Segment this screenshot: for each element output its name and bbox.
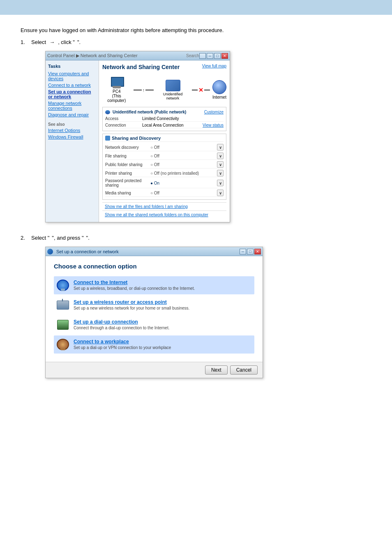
sharing-row-2: Public folder sharing ○ Off ∨ bbox=[105, 161, 224, 169]
option-router-desc: Set up a new wireless network for your h… bbox=[74, 306, 189, 310]
setup-minimize-btn[interactable]: ─ bbox=[240, 249, 246, 254]
nsc-sidebar-title: Tasks bbox=[48, 64, 96, 69]
customize-link[interactable]: Customize bbox=[204, 110, 224, 114]
nsc-search-box[interactable] bbox=[199, 53, 206, 59]
expand-4[interactable]: ∨ bbox=[217, 180, 224, 186]
nsc-titlebar: Control Panel ▶ Network and Sharing Cent… bbox=[46, 51, 230, 60]
step-1-middle: , click " bbox=[58, 39, 75, 45]
option-workplace-text: Connect to a workplace Set up a dial-up … bbox=[74, 339, 171, 350]
step-1-arrow: → bbox=[49, 39, 55, 45]
node-internet: Internet bbox=[212, 80, 226, 99]
setup-win-controls: ─ □ ✕ bbox=[240, 249, 261, 254]
conn-icon-workplace bbox=[56, 339, 69, 350]
pc-label: PC4 (This computer) bbox=[102, 89, 131, 103]
sidebar-setup-connection[interactable]: Set up a connection or network bbox=[48, 89, 96, 99]
expand-2[interactable]: ∨ bbox=[217, 161, 224, 168]
expand-5[interactable]: ∨ bbox=[217, 190, 224, 196]
nsc-main: Network and Sharing Center View full map… bbox=[99, 60, 230, 222]
sidebar-connect-network[interactable]: Connect to a network bbox=[48, 83, 96, 88]
nsc-breadcrumb: Control Panel ▶ Network and Sharing Cent… bbox=[47, 53, 138, 58]
option-dialup-title: Set up a dial-up connection bbox=[74, 319, 170, 325]
setup-footer: Next Cancel bbox=[46, 362, 263, 378]
cancel-button[interactable]: Cancel bbox=[230, 365, 258, 375]
nsc-minimize-btn[interactable]: ─ bbox=[207, 53, 213, 59]
option-dialup[interactable]: Set up a dial-up connection Connect thro… bbox=[54, 316, 254, 334]
nsc-maximize-btn[interactable]: □ bbox=[214, 53, 221, 59]
view-status-link[interactable]: View status bbox=[203, 123, 224, 127]
line-2-with-x: ✕ bbox=[192, 87, 210, 93]
step-2-prefix: Select " bbox=[31, 235, 49, 241]
expand-1[interactable]: ∨ bbox=[217, 153, 224, 159]
sharing-row-4: Password protected sharing ● On ∨ bbox=[105, 178, 224, 188]
setup-title-text: Set up a connection or network bbox=[56, 249, 119, 254]
node-pc: PC4 (This computer) bbox=[102, 77, 131, 103]
step-2-line: 2. Select " ", and press " ". bbox=[21, 235, 371, 241]
expand-3[interactable]: ∨ bbox=[217, 170, 224, 176]
step-1: 1. Select → , click " ". Control Panel ▶… bbox=[21, 39, 371, 222]
intro-paragraph: Ensure you have logged on with Administr… bbox=[21, 27, 371, 33]
line-h-1 bbox=[134, 90, 142, 90]
line-left-2 bbox=[192, 90, 198, 90]
sidebar-diagnose[interactable]: Diagnose and repair bbox=[48, 112, 96, 117]
workplace-icon bbox=[57, 339, 69, 350]
sharing-title: Sharing and Discovery bbox=[112, 136, 161, 141]
option-internet-desc: Set up a wireless, broadband, or dial-up… bbox=[74, 286, 195, 291]
setup-close-btn[interactable]: ✕ bbox=[254, 249, 261, 254]
network-type-section: Unidentified network (Public network) Cu… bbox=[102, 107, 226, 131]
top-bar bbox=[0, 0, 392, 15]
main-content: Ensure you have logged on with Administr… bbox=[0, 15, 392, 452]
dialup-icon bbox=[57, 320, 69, 330]
option-dialup-text: Set up a dial-up connection Connect thro… bbox=[74, 319, 170, 330]
unidentified-label: Unidentified network bbox=[156, 92, 189, 100]
nsc-body: Tasks View computers and devices Connect… bbox=[46, 60, 230, 222]
option-internet-text: Connect to the Internet Set up a wireles… bbox=[74, 280, 195, 291]
workplace-base bbox=[60, 348, 65, 350]
sharing-row-1: File sharing ○ Off ∨ bbox=[105, 152, 224, 160]
line-right-2 bbox=[204, 90, 210, 90]
footer-link-2[interactable]: Show me all the shared network folders o… bbox=[102, 210, 226, 219]
expand-0[interactable]: ∨ bbox=[217, 144, 224, 150]
internet-conn-icon bbox=[57, 280, 69, 291]
unidentified-icon bbox=[166, 80, 180, 91]
pc-icon bbox=[109, 77, 124, 88]
option-router-title: Set up a wireless router or access point bbox=[74, 299, 189, 305]
router-antenna bbox=[62, 299, 63, 301]
internet-label: Internet bbox=[212, 95, 226, 99]
x-mark: ✕ bbox=[198, 87, 203, 93]
nsc-close-btn[interactable]: ✕ bbox=[221, 53, 228, 59]
sidebar-manage-connections[interactable]: Manage network connections bbox=[48, 101, 96, 111]
setup-body: Choose a connection option Connect to th… bbox=[46, 256, 263, 362]
option-workplace-desc: Set up a dial-up or VPN connection to yo… bbox=[74, 345, 171, 350]
nsc-sidebar-see-also: See also Internet Options Windows Firewa… bbox=[48, 122, 96, 139]
view-full-map-link[interactable]: View full map bbox=[202, 64, 226, 68]
step-2-and-press: ", and press " bbox=[52, 235, 83, 241]
step-2-suffix: ". bbox=[86, 235, 90, 241]
conn-icon-internet bbox=[56, 280, 69, 291]
option-wireless-router[interactable]: Set up a wireless router or access point… bbox=[54, 296, 254, 314]
pc-icon-wrap bbox=[109, 77, 124, 88]
nsc-main-header: Network and Sharing Center bbox=[102, 64, 180, 70]
setup-title-icon bbox=[47, 249, 53, 254]
option-connect-internet[interactable]: Connect to the Internet Set up a wireles… bbox=[54, 276, 254, 294]
sharing-row-0: Network discovery ○ Off ∨ bbox=[105, 143, 224, 151]
line-h-2 bbox=[145, 90, 154, 90]
net-type-label: Unidentified network (Public network) bbox=[113, 110, 186, 114]
node-unidentified: Unidentified network bbox=[156, 80, 189, 100]
connection-row: Connection Local Area Connection View st… bbox=[105, 123, 224, 128]
option-router-text: Set up a wireless router or access point… bbox=[74, 299, 189, 310]
sidebar-internet-options[interactable]: Internet Options bbox=[48, 128, 96, 133]
unidentified-icon-wrap bbox=[166, 80, 180, 91]
option-internet-title: Connect to the Internet bbox=[74, 280, 195, 285]
sidebar-windows-firewall[interactable]: Windows Firewall bbox=[48, 134, 96, 139]
sharing-header: Sharing and Discovery bbox=[105, 136, 224, 142]
next-button[interactable]: Next bbox=[205, 365, 228, 375]
nsc-window: Control Panel ▶ Network and Sharing Cent… bbox=[45, 51, 230, 222]
arrow-up-1: ↑ bbox=[143, 88, 145, 92]
option-workplace[interactable]: Connect to a workplace Set up a dial-up … bbox=[54, 335, 254, 354]
nsc-win-controls: ─ □ ✕ bbox=[199, 53, 228, 59]
network-diagram: PC4 (This computer) ↑ bbox=[102, 77, 226, 103]
setup-maximize-btn[interactable]: □ bbox=[247, 249, 254, 254]
sidebar-view-computers[interactable]: View computers and devices bbox=[48, 71, 96, 81]
footer-link-1[interactable]: Show me all the files and folders I am s… bbox=[102, 202, 226, 210]
setup-window: Set up a connection or network ─ □ ✕ Cho… bbox=[45, 247, 263, 378]
